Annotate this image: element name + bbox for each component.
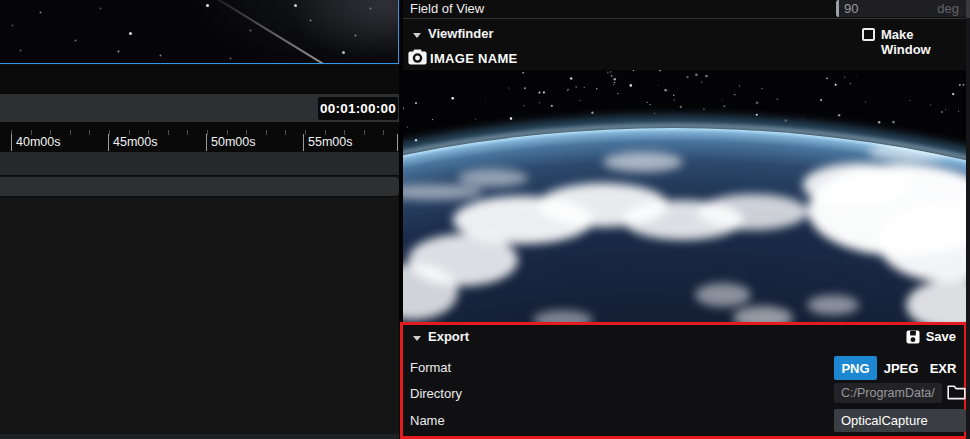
ruler-tick: 40m00s: [11, 134, 60, 151]
field-of-view-label: Field of View: [410, 1, 484, 16]
field-of-view-unit: deg: [937, 1, 959, 16]
panel-edge-strip: [966, 0, 970, 439]
ruler-tick: [397, 134, 398, 151]
camera-icon: [408, 49, 427, 65]
floppy-save-icon: [906, 330, 920, 344]
collapse-caret-icon[interactable]: [413, 336, 421, 341]
space-viewport[interactable]: [0, 0, 399, 64]
viewfinder-earth-preview: [403, 70, 966, 324]
ruler-tick: 50m00s: [206, 134, 255, 151]
app-window: 00:01:00:00 40m00s 45m00s 50m00s 55m00s …: [0, 0, 970, 439]
directory-input[interactable]: [834, 383, 942, 403]
save-button-label: Save: [926, 329, 956, 344]
export-name-input[interactable]: [834, 409, 966, 432]
starfield-decor: [0, 0, 1, 1]
ruler-tick: 55m00s: [303, 134, 352, 151]
save-button[interactable]: Save: [906, 329, 956, 344]
timeline-track-row[interactable]: [0, 152, 399, 176]
ruler-tick: 45m00s: [108, 134, 157, 151]
format-option-jpeg[interactable]: JPEG: [882, 356, 920, 380]
format-option-exr[interactable]: EXR: [924, 356, 962, 380]
timeline-empty-area: [0, 198, 399, 434]
export-section-title[interactable]: Export: [428, 329, 469, 344]
format-label: Format: [410, 360, 451, 375]
viewfinder-section-title[interactable]: Viewfinder: [428, 26, 494, 41]
make-window-label[interactable]: Make Window: [881, 27, 966, 57]
orbit-trajectory-line: [215, 0, 330, 64]
section-separator: [403, 18, 966, 19]
panel-edge-strip-top: [966, 0, 970, 18]
folder-icon: [947, 384, 966, 400]
timeline-panel: 00:01:00:00 40m00s 45m00s 50m00s 55m00s: [0, 0, 399, 439]
timeline-track-row[interactable]: [0, 177, 399, 197]
timecode-display: 00:01:00:00: [318, 97, 398, 120]
image-name-label: IMAGE NAME: [430, 51, 518, 66]
timeline-gap: [0, 65, 399, 94]
field-of-view-value: 90: [844, 1, 858, 16]
slider-drag-handle[interactable]: [836, 0, 839, 17]
field-of-view-input[interactable]: 90 deg: [836, 0, 966, 17]
bottom-edge-strip: [0, 434, 399, 439]
export-section: Export Save Format PNG JPEG EXR Director…: [400, 322, 967, 439]
name-label: Name: [410, 413, 445, 428]
format-option-png[interactable]: PNG: [834, 356, 877, 380]
collapse-caret-icon[interactable]: [413, 33, 421, 38]
directory-label: Directory: [410, 386, 462, 401]
make-window-checkbox[interactable]: [862, 28, 875, 41]
browse-folder-button[interactable]: [946, 384, 967, 402]
timeline-ruler[interactable]: 40m00s 45m00s 50m00s 55m00s: [0, 122, 399, 152]
